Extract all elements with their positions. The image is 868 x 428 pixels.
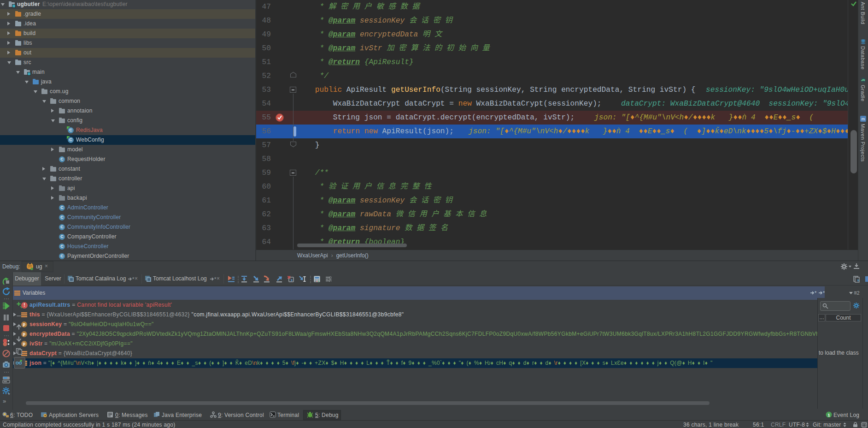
svg-text:1: 1	[827, 413, 830, 417]
svg-text:m: m	[862, 117, 865, 121]
svg-text:s: s	[857, 278, 860, 282]
svg-text:*: *	[815, 290, 817, 296]
